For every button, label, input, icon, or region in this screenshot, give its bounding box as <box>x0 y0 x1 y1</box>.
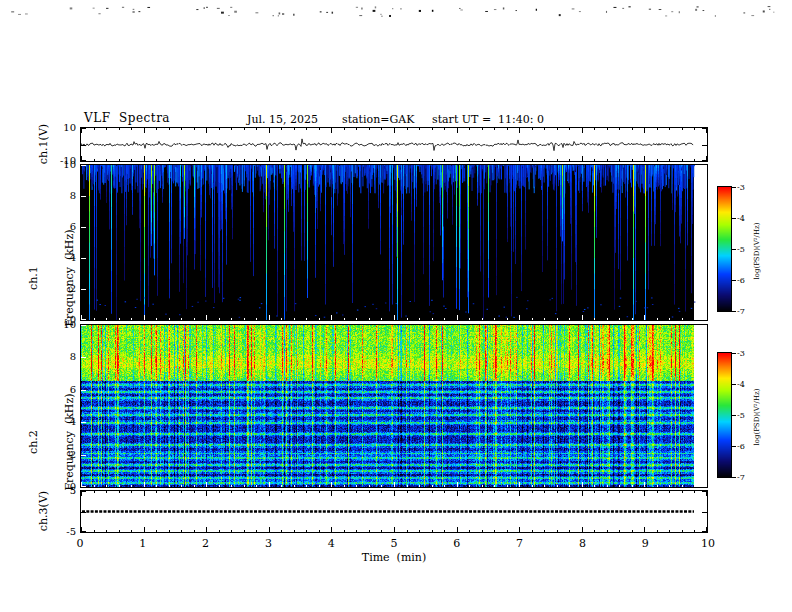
colorbar-tick-mark <box>732 280 736 281</box>
y-tick-label: 4 <box>42 252 76 263</box>
y-tick-label: 4 <box>42 416 76 427</box>
y-tick-label: 8 <box>42 351 76 362</box>
x-tick-label: 1 <box>139 537 146 550</box>
x-tick-label: 7 <box>516 537 523 550</box>
colorbar-tick-label: -3 <box>737 349 745 358</box>
colorbar-tick-label: -6 <box>737 276 745 285</box>
ch1-waveform-canvas <box>81 128 707 161</box>
y-tick-label: 5 <box>42 485 76 496</box>
x-tick-label: 4 <box>328 537 335 550</box>
colorbar-tick-mark <box>732 311 736 312</box>
ch1-voltage-axis-label: ch.1(V) <box>38 104 50 184</box>
x-tick-label: 6 <box>453 537 460 550</box>
colorbar-tick-label: -3 <box>737 183 745 192</box>
colorbar-tick-label: -7 <box>737 307 745 316</box>
colorbar-ch2 <box>717 352 732 478</box>
colorbar-tick-label: -4 <box>737 214 745 223</box>
plot-title: VLF Spectra <box>84 111 170 125</box>
start-ut-label: start UT = 11:40: 0 <box>432 113 544 126</box>
ch1-axis-label-line1: ch.1 <box>28 208 40 348</box>
y-tick-label: 10 <box>42 319 76 330</box>
ch1-spectrogram-canvas <box>81 165 707 320</box>
ch3-waveform-canvas <box>81 491 707 532</box>
colorbar-ch2-canvas <box>718 353 731 477</box>
colorbar-tick-label: -5 <box>737 411 745 420</box>
colorbar-tick-mark <box>732 415 736 416</box>
x-tick-label: 9 <box>642 537 649 550</box>
colorbar-ch2-title: log(PSD)(V²/Hz) <box>751 357 763 477</box>
y-tick-label: 8 <box>42 190 76 201</box>
x-tick-label: 3 <box>265 537 272 550</box>
x-tick-label: 10 <box>701 537 715 550</box>
y-tick-label: 6 <box>42 221 76 232</box>
x-tick-label: 2 <box>202 537 209 550</box>
time-axis-label: Time (min) <box>294 551 494 564</box>
colorbar-tick-mark <box>732 446 736 447</box>
plot-date: Jul. 15, 2025 <box>247 113 318 126</box>
colorbar-ch1 <box>717 186 732 312</box>
colorbar-ch1-title: log(PSD)(V²/Hz) <box>751 191 763 311</box>
station-label: station=GAK <box>342 113 414 126</box>
colorbar-tick-label: -5 <box>737 245 745 254</box>
colorbar-tick-mark <box>732 249 736 250</box>
colorbar-ch1-canvas <box>718 187 731 311</box>
colorbar-tick-label: -6 <box>737 442 745 451</box>
colorbar-tick-mark <box>732 218 736 219</box>
colorbar-tick-mark <box>732 353 736 354</box>
page-noise-speckles <box>0 0 792 30</box>
ch2-spectrogram-canvas <box>81 325 707 487</box>
ch3-waveform-panel <box>80 490 708 533</box>
colorbar-tick-mark <box>732 187 736 188</box>
x-tick-label: 0 <box>77 537 84 550</box>
y-tick-label: 2 <box>42 283 76 294</box>
ch2-spectrogram-panel <box>80 324 708 488</box>
y-tick-label: 10 <box>42 122 76 133</box>
y-tick-label: -5 <box>42 526 76 537</box>
x-tick-label: 8 <box>579 537 586 550</box>
ch1-waveform-panel <box>80 127 708 162</box>
colorbar-tick-mark <box>732 477 736 478</box>
ch1-spectrogram-panel <box>80 164 708 321</box>
vlf-spectra-plot-page: VLF Spectra Jul. 15, 2025 station=GAK st… <box>0 0 792 612</box>
colorbar-tick-mark <box>732 384 736 385</box>
x-tick-label: 5 <box>391 537 398 550</box>
y-tick-label: 10 <box>42 159 76 170</box>
y-tick-label: 2 <box>42 449 76 460</box>
colorbar-tick-label: -4 <box>737 380 745 389</box>
colorbar-tick-label: -7 <box>737 473 745 482</box>
y-tick-label: 6 <box>42 384 76 395</box>
